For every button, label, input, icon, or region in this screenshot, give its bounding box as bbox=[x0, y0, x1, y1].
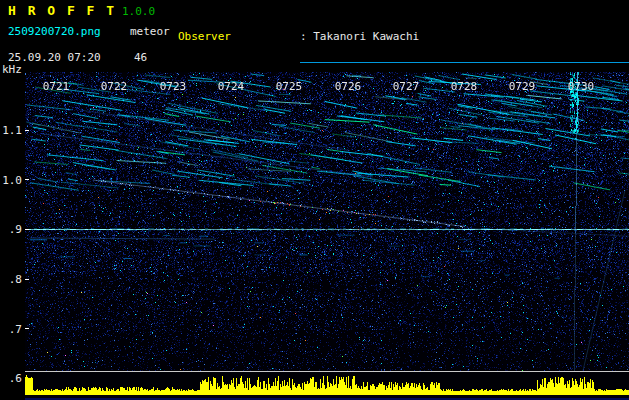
time-tick-label: 0730 bbox=[568, 80, 595, 93]
time-tick-label: 0725 bbox=[276, 80, 303, 93]
y-tick-label: .9 bbox=[9, 223, 22, 236]
time-tick-label: 0724 bbox=[218, 80, 245, 93]
app-title: H R O F F T bbox=[8, 3, 116, 18]
time-tick-label: 0728 bbox=[451, 80, 478, 93]
time-tick-label: 0727 bbox=[393, 80, 420, 93]
y-tick-label: .7 bbox=[9, 323, 22, 336]
echo-count: 46 bbox=[134, 51, 147, 64]
time-tick-label: 0721 bbox=[43, 80, 70, 93]
app-version: 1.0.0 bbox=[122, 5, 155, 18]
time-tick-label: 0729 bbox=[509, 80, 536, 93]
time-axis: 0721 0722 0723 0724 0725 0726 0727 0728 … bbox=[0, 80, 629, 93]
time-tick-label: 0723 bbox=[160, 80, 187, 93]
header-underline bbox=[300, 62, 629, 63]
spectrogram-canvas bbox=[25, 72, 629, 400]
y-tick-label: .6 bbox=[9, 372, 22, 385]
time-tick-label: 0722 bbox=[101, 80, 128, 93]
info-row: Observer: Takanori Kawachi bbox=[178, 30, 552, 44]
y-tick-label: .8 bbox=[9, 273, 22, 286]
y-tick-label: 1.0 bbox=[2, 174, 22, 187]
mode-label: meteor bbox=[130, 25, 170, 38]
y-axis: 1.1 1.0 .9 .8 .7 .6 bbox=[0, 0, 24, 400]
info-label: Observer bbox=[178, 30, 300, 44]
info-value: : Takanori Kawachi bbox=[300, 30, 419, 43]
y-tick-label: 1.1 bbox=[2, 124, 22, 137]
time-tick-label: 0726 bbox=[335, 80, 362, 93]
hrofft-screen: H R O F F T 1.0.0 2509200720.png meteor … bbox=[0, 0, 629, 400]
